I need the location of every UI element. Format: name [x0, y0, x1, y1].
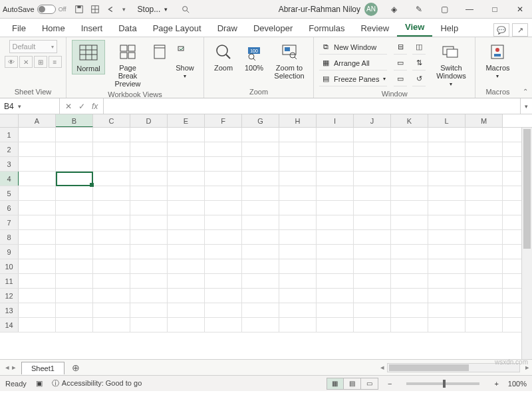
cell[interactable] — [168, 186, 205, 200]
cell[interactable] — [56, 259, 93, 273]
cell[interactable] — [354, 289, 391, 303]
tab-review[interactable]: Review — [352, 19, 397, 37]
cell[interactable] — [130, 318, 168, 332]
cell[interactable] — [354, 172, 391, 186]
col-header[interactable]: E — [168, 114, 205, 127]
tab-developer[interactable]: Developer — [245, 19, 301, 37]
page-layout-shortcut[interactable]: ▤ — [344, 378, 361, 390]
cell[interactable] — [130, 230, 168, 244]
diamond-icon[interactable]: ◈ — [384, 5, 403, 14]
cell[interactable] — [56, 274, 93, 288]
reset-pos-button[interactable]: ↺ — [412, 72, 426, 86]
cell[interactable] — [428, 245, 466, 259]
row-header[interactable]: 2 — [0, 142, 19, 156]
cell[interactable] — [56, 201, 93, 215]
cell[interactable] — [317, 245, 354, 259]
tab-file[interactable]: File — [4, 19, 34, 37]
cell[interactable] — [19, 303, 56, 317]
cell[interactable] — [428, 128, 466, 142]
cell[interactable] — [93, 186, 130, 200]
sync-scroll-button[interactable]: ⇅ — [412, 56, 426, 70]
cell[interactable] — [279, 230, 317, 244]
collapse-ribbon-icon[interactable]: ⌃ — [523, 88, 528, 95]
cell[interactable] — [317, 186, 354, 200]
cell[interactable] — [466, 186, 503, 200]
cell[interactable] — [168, 128, 205, 142]
cell[interactable] — [317, 215, 354, 229]
page-break-button[interactable]: Page Break Preview — [108, 40, 148, 89]
row-header[interactable]: 8 — [0, 230, 19, 244]
cell[interactable] — [56, 172, 93, 186]
page-layout-button[interactable] — [150, 40, 169, 64]
cell[interactable] — [242, 274, 279, 288]
ribbon-mode-icon[interactable]: ▢ — [435, 5, 454, 14]
grid-icon[interactable] — [90, 5, 100, 14]
cell[interactable] — [279, 245, 317, 259]
row-header[interactable]: 10 — [0, 259, 19, 273]
cell[interactable] — [317, 201, 354, 215]
sheet-next-icon[interactable]: ▸ — [12, 363, 16, 372]
cell[interactable] — [242, 230, 279, 244]
col-header[interactable]: C — [93, 114, 130, 127]
col-header[interactable]: H — [279, 114, 317, 127]
name-box[interactable]: B4 ▾ — [0, 98, 60, 114]
cell[interactable] — [56, 186, 93, 200]
cell[interactable] — [317, 303, 354, 317]
normal-view-shortcut[interactable]: ▦ — [327, 378, 344, 390]
col-header[interactable]: M — [466, 114, 503, 127]
cell[interactable] — [93, 259, 130, 273]
macros-button[interactable]: Macros ▾ — [481, 40, 514, 80]
cell[interactable] — [428, 303, 466, 317]
cell[interactable] — [205, 172, 242, 186]
zoom-button[interactable]: Zoom — [209, 40, 237, 73]
row-header[interactable]: 14 — [0, 318, 19, 332]
hscroll-left-icon[interactable]: ◂ — [378, 363, 387, 372]
cell[interactable] — [19, 215, 56, 229]
col-header[interactable]: D — [130, 114, 168, 127]
cell[interactable] — [130, 186, 168, 200]
search-icon[interactable] — [181, 5, 190, 14]
cell[interactable] — [466, 128, 503, 142]
cell[interactable] — [242, 245, 279, 259]
cell[interactable] — [168, 245, 205, 259]
cell[interactable] — [391, 274, 428, 288]
cell[interactable] — [242, 128, 279, 142]
tab-formulas[interactable]: Formulas — [301, 19, 352, 37]
cell[interactable] — [56, 157, 93, 171]
cell[interactable] — [19, 172, 56, 186]
brush-icon[interactable]: ✎ — [410, 5, 428, 14]
cell[interactable] — [205, 201, 242, 215]
tab-home[interactable]: Home — [34, 19, 73, 37]
cell[interactable] — [391, 172, 428, 186]
cell[interactable] — [242, 142, 279, 156]
cell[interactable] — [354, 245, 391, 259]
cell[interactable] — [130, 289, 168, 303]
cell[interactable] — [428, 186, 466, 200]
cell[interactable] — [391, 259, 428, 273]
options-view-icon[interactable]: ≡ — [49, 56, 62, 68]
cell[interactable] — [428, 259, 466, 273]
cell[interactable] — [56, 318, 93, 332]
macro-record-icon[interactable]: ▣ — [36, 379, 43, 388]
cell[interactable] — [279, 172, 317, 186]
cell[interactable] — [466, 274, 503, 288]
cell[interactable] — [466, 201, 503, 215]
cell[interactable] — [56, 142, 93, 156]
cell[interactable] — [19, 201, 56, 215]
cell[interactable] — [317, 157, 354, 171]
cell[interactable] — [428, 172, 466, 186]
zoom-in-button[interactable]: + — [494, 380, 498, 388]
cell[interactable] — [168, 274, 205, 288]
cell[interactable] — [130, 142, 168, 156]
cell[interactable] — [205, 274, 242, 288]
cell[interactable] — [205, 303, 242, 317]
cell[interactable] — [466, 230, 503, 244]
cell[interactable] — [168, 157, 205, 171]
row-header[interactable]: 5 — [0, 186, 19, 200]
cell[interactable] — [19, 259, 56, 273]
document-name[interactable]: Stop... ▾ — [138, 5, 168, 14]
accessibility-status[interactable]: ⓘAccessibility: Good to go — [52, 378, 142, 388]
maximize-icon[interactable]: □ — [485, 5, 504, 14]
cell[interactable] — [279, 274, 317, 288]
cell[interactable] — [93, 142, 130, 156]
